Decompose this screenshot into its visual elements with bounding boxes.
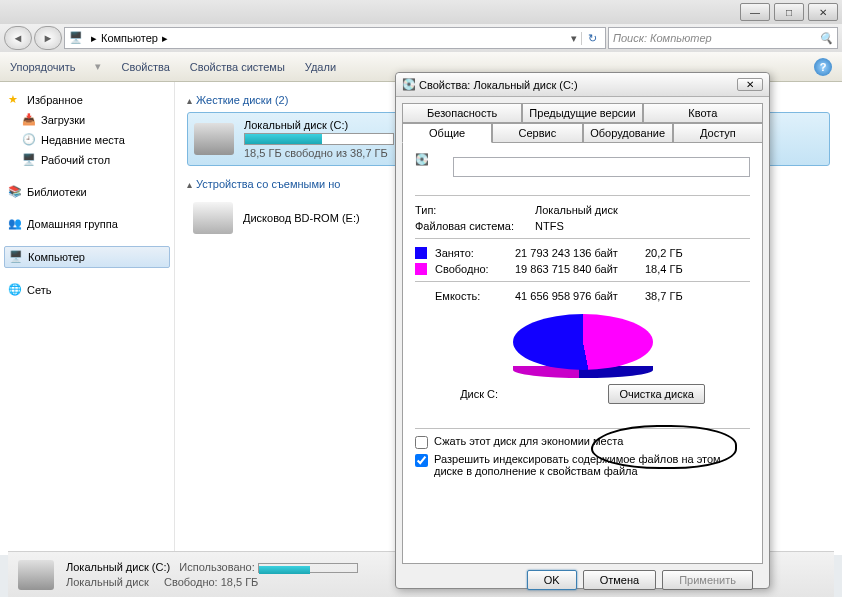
drive-free-text: 18,5 ГБ свободно из 38,7 ГБ <box>244 147 394 159</box>
free-label: Свободно: <box>435 263 515 275</box>
hdd-icon <box>194 123 234 155</box>
sidebar-favorites[interactable]: ★Избранное <box>4 90 170 110</box>
libraries-icon: 📚 <box>8 185 22 199</box>
used-bytes: 21 793 243 136 байт <box>515 247 645 259</box>
dropdown-icon[interactable]: ▾ <box>571 32 577 45</box>
type-value: Локальный диск <box>535 204 618 216</box>
sidebar-downloads[interactable]: 📥Загрузки <box>4 110 170 130</box>
status-sub: Локальный диск <box>66 576 149 588</box>
dialog-titlebar: 💽 Свойства: Локальный диск (C:) ✕ <box>396 73 769 97</box>
tab-tools[interactable]: Сервис <box>492 123 582 143</box>
sidebar-network[interactable]: 🌐Сеть <box>4 280 170 300</box>
tab-panel-general: 💽 Тип:Локальный диск Файловая система:NT… <box>402 142 763 564</box>
compress-checkbox[interactable] <box>415 436 428 449</box>
fs-value: NTFS <box>535 220 564 232</box>
sidebar-label: Загрузки <box>41 114 85 126</box>
tab-previous-versions[interactable]: Предыдущие версии <box>522 103 642 123</box>
sidebar-homegroup[interactable]: 👥Домашняя группа <box>4 214 170 234</box>
breadcrumb-sep: ▸ <box>91 32 97 45</box>
collapse-icon: ▴ <box>187 95 192 106</box>
sidebar-desktop[interactable]: 🖥️Рабочий стол <box>4 150 170 170</box>
tab-general[interactable]: Общие <box>402 123 492 143</box>
fs-label: Файловая система: <box>415 220 535 232</box>
uninstall-button[interactable]: Удали <box>305 61 336 73</box>
sidebar: ★Избранное 📥Загрузки 🕘Недавние места 🖥️Р… <box>0 82 175 555</box>
capacity-label: Емкость: <box>415 290 515 302</box>
free-gb: 18,4 ГБ <box>645 263 683 275</box>
drive-name: Локальный диск (C:) <box>244 119 394 131</box>
computer-icon: 🖥️ <box>9 250 23 264</box>
star-icon: ★ <box>8 93 22 107</box>
disk-cleanup-button[interactable]: Очистка диска <box>608 384 704 404</box>
window-titlebar: — □ ✕ <box>0 0 842 24</box>
organize-menu[interactable]: Упорядочить <box>10 61 75 73</box>
sidebar-recent[interactable]: 🕘Недавние места <box>4 130 170 150</box>
tab-security[interactable]: Безопасность <box>402 103 522 123</box>
maximize-button[interactable]: □ <box>774 3 804 21</box>
status-name: Локальный диск (C:) <box>66 561 170 573</box>
free-bytes: 19 863 715 840 байт <box>515 263 645 275</box>
section-title: Устройства со съемными но <box>196 178 340 190</box>
desktop-icon: 🖥️ <box>22 153 36 167</box>
capacity-bytes: 41 656 958 976 байт <box>515 290 645 302</box>
back-button[interactable]: ◄ <box>4 26 32 50</box>
search-input[interactable]: Поиск: Компьютер 🔍 <box>608 27 838 49</box>
properties-button[interactable]: Свойства <box>121 61 169 73</box>
disk-label: Диск C: <box>460 388 498 400</box>
computer-icon: 🖥️ <box>69 31 83 45</box>
refresh-icon[interactable]: ↻ <box>581 32 597 45</box>
sidebar-label: Библиотеки <box>27 186 87 198</box>
collapse-icon: ▴ <box>187 179 192 190</box>
drive-icon: 💽 <box>415 153 443 181</box>
status-free-label: Свободно: <box>164 576 218 588</box>
homegroup-icon: 👥 <box>8 217 22 231</box>
breadcrumb-sep: ▸ <box>162 32 168 45</box>
apply-button[interactable]: Применить <box>662 570 753 590</box>
tab-sharing[interactable]: Доступ <box>673 123 763 143</box>
ok-button[interactable]: OK <box>527 570 577 590</box>
usage-pie-chart <box>513 314 653 378</box>
search-icon: 🔍 <box>819 32 833 45</box>
used-gb: 20,2 ГБ <box>645 247 683 259</box>
hdd-icon <box>18 560 54 590</box>
drive-name: Дисковод BD-ROM (E:) <box>243 212 360 224</box>
section-title: Жесткие диски (2) <box>196 94 288 106</box>
search-placeholder: Поиск: Компьютер <box>613 32 712 44</box>
minimize-button[interactable]: — <box>740 3 770 21</box>
breadcrumb-label: Компьютер <box>101 32 158 44</box>
downloads-icon: 📥 <box>22 113 36 127</box>
index-checkbox[interactable] <box>415 454 428 467</box>
sidebar-label: Избранное <box>27 94 83 106</box>
dialog-close-button[interactable]: ✕ <box>737 78 763 91</box>
dialog-title: Свойства: Локальный диск (C:) <box>419 79 578 91</box>
usage-bar <box>244 133 394 145</box>
tab-row-top: Безопасность Предыдущие версии Квота <box>402 103 763 123</box>
tab-row-bottom: Общие Сервис Оборудование Доступ <box>402 123 763 143</box>
type-label: Тип: <box>415 204 535 216</box>
tab-quota[interactable]: Квота <box>643 103 763 123</box>
used-color-swatch <box>415 247 427 259</box>
close-button[interactable]: ✕ <box>808 3 838 21</box>
sidebar-label: Домашняя группа <box>27 218 118 230</box>
cancel-button[interactable]: Отмена <box>583 570 656 590</box>
sidebar-libraries[interactable]: 📚Библиотеки <box>4 182 170 202</box>
sidebar-label: Компьютер <box>28 251 85 263</box>
drive-name-input[interactable] <box>453 157 750 177</box>
help-icon[interactable]: ? <box>814 58 832 76</box>
recent-icon: 🕘 <box>22 133 36 147</box>
hand-drawn-highlight <box>591 425 737 469</box>
tab-hardware[interactable]: Оборудование <box>583 123 673 143</box>
dialog-body: Безопасность Предыдущие версии Квота Общ… <box>396 97 769 597</box>
bdrom-icon <box>193 202 233 234</box>
drive-icon: 💽 <box>402 78 416 91</box>
system-properties-button[interactable]: Свойства системы <box>190 61 285 73</box>
status-used-label: Использовано: <box>179 561 255 573</box>
used-label: Занято: <box>435 247 515 259</box>
forward-button[interactable]: ► <box>34 26 62 50</box>
properties-dialog: 💽 Свойства: Локальный диск (C:) ✕ Безопа… <box>395 72 770 589</box>
sidebar-computer[interactable]: 🖥️Компьютер <box>4 246 170 268</box>
network-icon: 🌐 <box>8 283 22 297</box>
free-color-swatch <box>415 263 427 275</box>
breadcrumb[interactable]: 🖥️ ▸ Компьютер ▸ ▾ ↻ <box>64 27 606 49</box>
address-bar: ◄ ► 🖥️ ▸ Компьютер ▸ ▾ ↻ Поиск: Компьюте… <box>0 24 842 52</box>
